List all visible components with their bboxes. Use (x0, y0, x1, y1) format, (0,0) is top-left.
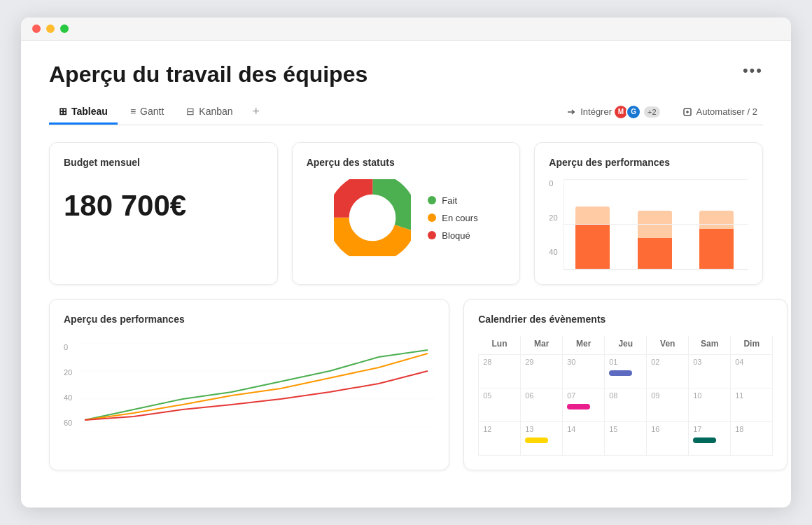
cal-date-11: 11 (735, 391, 768, 400)
tabs-right: Intégrer M G +2 Automatiser / 2 (561, 102, 763, 122)
cal-date-15: 15 (609, 425, 642, 433)
pie-svg (334, 179, 411, 256)
cal-event-01 (609, 370, 632, 376)
cal-date-07: 07 (567, 391, 600, 400)
perf-line-title: Aperçu des performances (64, 314, 435, 325)
gantt-icon: ≡ (130, 106, 136, 117)
integrer-icon (566, 107, 576, 117)
integrer-label: Intégrer (580, 106, 612, 117)
cal-header-mar: Mar (521, 336, 563, 355)
cal-cell-11: 11 (731, 388, 773, 422)
cal-cell-18: 18 (731, 422, 773, 456)
tab-kanban-label: Kanban (199, 106, 232, 117)
cal-cell-29: 29 (521, 355, 563, 388)
cal-cell-17: 17 (689, 422, 731, 456)
cal-cell-03: 03 (689, 355, 731, 388)
cal-cell-15: 15 (605, 422, 647, 456)
page-title: Aperçu du travail des équipes (49, 62, 368, 88)
bar2-dark (638, 238, 672, 270)
table-icon: ⊞ (59, 106, 67, 117)
more-button[interactable]: ••• (743, 62, 763, 80)
cal-date-09: 09 (651, 391, 684, 400)
cal-cell-30: 30 (563, 355, 605, 388)
bar3-light (699, 211, 734, 229)
cal-cell-01: 01 (605, 355, 647, 388)
tab-gantt-label: Gantt (140, 106, 164, 117)
cal-date-13: 13 (525, 425, 558, 433)
perf-line-card: Aperçu des performances 60 40 20 0 (49, 299, 449, 470)
cal-cell-14: 14 (563, 422, 605, 456)
cal-event-07 (567, 404, 590, 410)
bar3-dark (699, 229, 734, 270)
line-green (85, 350, 428, 420)
integrer-button[interactable]: Intégrer M G +2 (561, 102, 665, 122)
perf-bar-title: Aperçu des performances (549, 157, 748, 168)
cal-date-14: 14 (567, 425, 600, 433)
tab-tableau-label: Tableau (71, 106, 108, 117)
calendar-card: Calendrier des évènements Lun Mar Mer Je… (463, 299, 788, 470)
bar-group-1 (568, 179, 617, 270)
line-y-20: 20 (64, 368, 72, 377)
tabs-bar: ⊞ Tableau ≡ Gantt ⊟ Kanban + Intégrer (49, 99, 763, 125)
cal-cell-04: 04 (731, 355, 773, 388)
budget-value: 180 700€ (64, 189, 263, 223)
bar-chart-container: 40 20 0 (549, 179, 748, 270)
budget-card-title: Budget mensuel (64, 157, 263, 168)
cal-week-2: 05 06 07 08 09 10 11 (479, 388, 773, 422)
cal-cell-28: 28 (479, 355, 521, 388)
dashboard-top: Budget mensuel 180 700€ Aperçu des statu… (49, 142, 763, 285)
automatiser-button[interactable]: Automatiser / 2 (677, 104, 763, 120)
cal-header-mer: Mer (563, 336, 605, 355)
en-cours-label: En cours (442, 213, 477, 223)
bloque-label: Bloqué (442, 230, 470, 241)
minimize-dot[interactable] (46, 24, 55, 33)
cal-week-1: 28 29 30 01 02 03 04 (479, 355, 773, 388)
line-y-labels: 60 40 20 0 (64, 343, 72, 427)
line-y-40: 40 (64, 393, 72, 402)
tab-kanban[interactable]: ⊟ Kanban (176, 100, 242, 125)
page-header: Aperçu du travail des équipes ••• (49, 62, 763, 88)
integrer-avatars: M G +2 (616, 104, 660, 120)
kanban-icon: ⊟ (186, 106, 195, 117)
cal-cell-06: 06 (521, 388, 563, 422)
status-body: Fait En cours Bloqué (307, 179, 506, 256)
cal-date-16: 16 (651, 425, 684, 433)
svg-point-3 (339, 183, 407, 251)
tab-add-button[interactable]: + (246, 99, 267, 125)
maximize-dot[interactable] (60, 24, 69, 33)
cal-date-08: 08 (609, 391, 642, 400)
cal-header-sam: Sam (689, 336, 731, 355)
cal-cell-09: 09 (647, 388, 689, 422)
cal-date-06: 06 (525, 391, 558, 400)
cal-week-3: 12 13 14 15 16 17 (479, 422, 773, 456)
cal-date-30: 30 (567, 358, 600, 366)
legend-bloque: Bloqué (428, 230, 477, 241)
line-y-0: 0 (64, 343, 72, 351)
cal-cell-07: 07 (563, 388, 605, 422)
cal-date-01: 01 (609, 358, 642, 366)
tab-gantt[interactable]: ≡ Gantt (120, 100, 174, 125)
status-card: Aperçu des statuts (292, 142, 521, 285)
legend-fait: Fait (428, 195, 477, 206)
bloque-dot (428, 231, 436, 239)
cal-event-17 (693, 438, 716, 443)
main-content: Aperçu du travail des équipes ••• ⊞ Tabl… (21, 41, 791, 491)
legend-en-cours: En cours (428, 213, 477, 223)
bar-group-3 (692, 179, 741, 270)
automatiser-icon (682, 107, 692, 117)
cal-date-18: 18 (735, 425, 768, 433)
bar-group-2 (630, 179, 679, 270)
cal-date-28: 28 (483, 358, 516, 366)
tab-tableau[interactable]: ⊞ Tableau (49, 100, 118, 125)
bar-y-label-2: 0 (549, 179, 557, 188)
cal-header-lun: Lun (479, 336, 521, 355)
fait-dot (428, 196, 436, 204)
close-dot[interactable] (32, 24, 41, 33)
line-y-60: 60 (64, 419, 72, 427)
cal-date-02: 02 (651, 358, 684, 366)
calendar-header-row: Lun Mar Mer Jeu Ven Sam Dim (479, 336, 773, 355)
cal-date-05: 05 (483, 391, 516, 400)
bar1-light (575, 206, 610, 225)
cal-cell-05: 05 (479, 388, 521, 422)
fait-label: Fait (442, 195, 457, 206)
